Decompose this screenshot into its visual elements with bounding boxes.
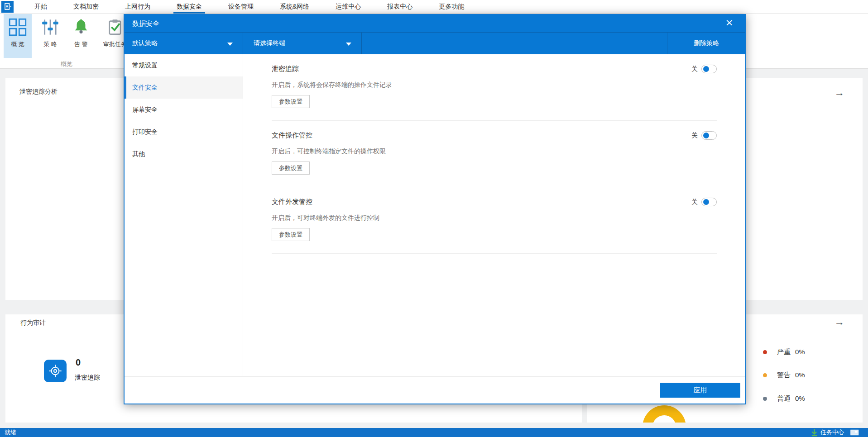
ribbon-button-policy[interactable]: 策 略 (36, 14, 64, 58)
menu-bar: 开始 文档加密 上网行为 数据安全 设备管理 系统&网络 运维中心 报表中心 更… (0, 0, 868, 14)
task-window-icon[interactable] (850, 429, 859, 436)
ribbon-button-label: 策 略 (43, 40, 57, 48)
toggle-state-label: 关 (691, 132, 698, 140)
sidebar-item-screen-security[interactable]: 屏幕安全 (125, 99, 243, 121)
sliders-icon (41, 18, 59, 36)
legend-label: 普通 (777, 394, 791, 402)
param-settings-button[interactable]: 参数设置 (272, 228, 310, 241)
stat-label: 泄密追踪 (75, 374, 100, 382)
param-settings-button[interactable]: 参数设置 (272, 95, 310, 108)
donut-chart (643, 405, 686, 423)
terminal-dropdown-value: 请选择终端 (254, 39, 285, 48)
legend-label: 警告 (777, 371, 791, 379)
toggle-knob (703, 66, 709, 72)
bell-icon (72, 18, 90, 36)
file-operation-toggle[interactable] (701, 131, 717, 140)
menu-item-doc-encrypt[interactable]: 文档加密 (73, 0, 99, 14)
file-outgoing-toggle[interactable] (701, 198, 717, 206)
sidebar-item-other[interactable]: 其他 (125, 143, 243, 165)
menu-item-web-behavior[interactable]: 上网行为 (125, 0, 150, 14)
section-description: 开启后，可控制终端指定文件的操作权限 (272, 147, 717, 156)
dialog-body: 常规设置 文件安全 屏幕安全 打印安全 其他 泄密追踪 关 开启后，系统将会保存… (125, 54, 745, 377)
dialog-toolbar: 默认策略 请选择终端 删除策略 (125, 32, 745, 54)
toggle-knob (703, 199, 709, 205)
target-icon (44, 360, 67, 382)
panel-title: 泄密追踪分析 (19, 88, 58, 96)
download-icon (811, 429, 818, 437)
ribbon-group-label: 概览 (0, 60, 133, 68)
policy-dropdown-value: 默认策略 (132, 39, 158, 48)
ribbon-button-label: 概 览 (11, 40, 24, 48)
apply-button[interactable]: 应用 (660, 383, 740, 398)
terminal-dropdown[interactable]: 请选择终端 (243, 33, 362, 54)
normal-dot-icon (763, 397, 767, 401)
section-title: 泄密追踪 (272, 65, 299, 73)
menu-item-device-mgmt[interactable]: 设备管理 (228, 0, 254, 14)
severe-dot-icon (763, 350, 767, 354)
panel-title: 行为审计 (20, 319, 46, 327)
toggle-state-label: 关 (691, 65, 698, 73)
legend-label: 严重 (777, 348, 791, 356)
legend-value: 0% (795, 348, 805, 356)
clipboard-check-icon (106, 18, 124, 36)
section-file-outgoing-control: 文件外发管控 关 开启后，可对终端外发的文件进行控制 参数设置 (244, 187, 745, 254)
legend-value: 0% (795, 394, 805, 402)
legend-item-severe: 严重0% (763, 348, 805, 356)
legend-item-warning: 警告0% (763, 371, 805, 379)
status-bar: 就绪 任务中心 (0, 428, 868, 437)
document-icon (3, 2, 13, 12)
dialog-title-bar: 数据安全 × (125, 15, 745, 32)
data-security-dialog: 数据安全 × 默认策略 请选择终端 删除策略 常规设置 文件安全 屏幕安全 打印… (124, 14, 746, 404)
menu-item-data-security[interactable]: 数据安全 (177, 0, 202, 14)
ribbon-button-label: 告 警 (74, 40, 88, 48)
legend-value: 0% (795, 371, 805, 379)
status-ready-text: 就绪 (5, 428, 16, 437)
divider (272, 253, 717, 254)
menu-item-more[interactable]: 更多功能 (439, 0, 464, 14)
stat-value: 0 (76, 357, 81, 368)
ribbon-button-overview[interactable]: 概 览 (4, 14, 32, 58)
section-description: 开启后，系统将会保存终端的操作文件记录 (272, 81, 717, 89)
chevron-down-icon (346, 43, 351, 46)
delete-policy-button[interactable]: 删除策略 (667, 33, 745, 54)
toolbar-spacer (362, 33, 667, 54)
sidebar-item-print-security[interactable]: 打印安全 (125, 121, 243, 143)
toggle-knob (703, 133, 709, 138)
section-leak-trace: 泄密追踪 关 开启后，系统将会保存终端的操作文件记录 参数设置 (244, 54, 745, 121)
menu-item-ops-center[interactable]: 运维中心 (336, 0, 361, 14)
menu-item-start[interactable]: 开始 (34, 0, 47, 14)
chevron-down-icon (227, 43, 233, 46)
task-center-button[interactable]: 任务中心 (820, 428, 844, 437)
dialog-title: 数据安全 (132, 19, 159, 28)
toggle-state-label: 关 (691, 198, 698, 206)
dialog-sidebar: 常规设置 文件安全 屏幕安全 打印安全 其他 (125, 54, 243, 377)
section-file-operation-control: 文件操作管控 关 开启后，可控制终端指定文件的操作权限 参数设置 (244, 121, 745, 187)
app-menu-button[interactable] (1, 1, 14, 13)
warning-dot-icon (763, 373, 767, 377)
ribbon-button-alert[interactable]: 告 警 (67, 14, 95, 58)
sidebar-item-file-security[interactable]: 文件安全 (125, 76, 243, 99)
section-title: 文件操作管控 (272, 131, 312, 140)
arrow-right-icon[interactable]: → (834, 317, 844, 327)
param-settings-button[interactable]: 参数设置 (272, 162, 310, 175)
section-description: 开启后，可对终端外发的文件进行控制 (272, 214, 717, 222)
close-icon[interactable]: × (725, 18, 734, 28)
policy-dropdown[interactable]: 默认策略 (125, 33, 243, 54)
dialog-footer: 应用 (125, 376, 745, 404)
grid-icon (9, 18, 27, 36)
arrow-right-icon[interactable]: → (834, 88, 844, 98)
legend-item-normal: 普通0% (763, 394, 805, 403)
sidebar-item-general[interactable]: 常规设置 (125, 54, 243, 76)
menu-item-system-network[interactable]: 系统&网络 (280, 0, 309, 14)
dialog-content: 泄密追踪 关 开启后，系统将会保存终端的操作文件记录 参数设置 文件操作管控 关 (244, 54, 745, 377)
menu-item-report-center[interactable]: 报表中心 (387, 0, 412, 14)
section-title: 文件外发管控 (272, 198, 312, 206)
leak-trace-toggle[interactable] (701, 65, 717, 73)
